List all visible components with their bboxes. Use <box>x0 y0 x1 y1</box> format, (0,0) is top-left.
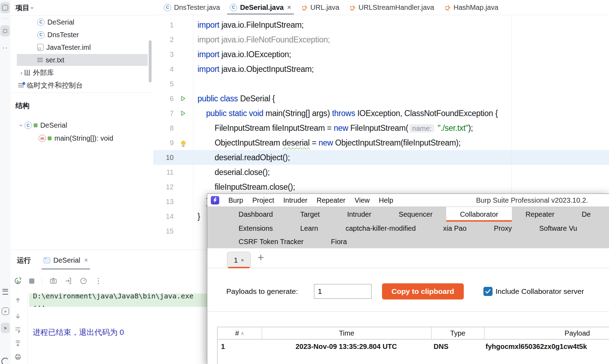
collaborator-results-table: #∧TimeTypePayload 12023-Nov-09 13:35:29.… <box>217 327 609 364</box>
intention-bulb-icon[interactable] <box>181 141 186 145</box>
editor-tab-label: HashMap.java <box>454 4 498 12</box>
copy-to-clipboard-button[interactable]: Copy to clipboard <box>382 283 464 299</box>
burp-tab-row-1: DashboardTargetIntruderSequencerCollabor… <box>207 207 609 222</box>
console-exit-message: 进程已结束，退出代码为 0 <box>33 327 124 338</box>
library-icon <box>25 70 30 75</box>
attach-debugger-button[interactable] <box>65 277 72 285</box>
close-icon[interactable]: × <box>84 256 88 264</box>
burp-window[interactable]: BurpProjectIntruderRepeaterViewHelp Burp… <box>207 194 609 364</box>
scroll-to-end-button[interactable] <box>14 340 21 347</box>
burp-tab-repeater[interactable]: Repeater <box>512 207 568 222</box>
tree-item[interactable]: CDnsTester <box>11 28 153 41</box>
tree-item[interactable]: JavaTester.iml <box>11 41 153 54</box>
burp-tab-fiora[interactable]: Fiora <box>317 235 361 248</box>
table-header-payload[interactable]: Payload <box>484 327 609 339</box>
gutter-separator <box>193 15 193 250</box>
payloads-count-input[interactable] <box>314 284 372 299</box>
editor-tab-label: DnsTester.java <box>174 4 220 12</box>
burp-tab-sequencer[interactable]: Sequencer <box>385 207 446 222</box>
run-console[interactable]: D:\environment\java\Java8\bin\java.exe .… <box>11 291 207 364</box>
editor-tab[interactable]: CDnsTester.java <box>159 0 225 15</box>
run-toolbar: ⋮ <box>14 273 102 289</box>
close-icon[interactable]: × <box>287 4 291 11</box>
code-line: 8 FileInputStream fileInputStream = new … <box>153 121 609 135</box>
java-file-icon <box>349 4 356 11</box>
menu-item-burp[interactable]: Burp <box>228 196 243 204</box>
editor-tab[interactable]: URL.java <box>296 0 344 15</box>
burp-tab-csrf-token-tracker[interactable]: CSRF Token Tracker <box>225 235 317 248</box>
add-payload-tab-button[interactable]: + <box>257 251 264 264</box>
editor-tab[interactable]: HashMap.java <box>439 0 503 15</box>
menu-item-project[interactable]: Project <box>252 196 274 204</box>
menu-item-view[interactable]: View <box>355 196 370 204</box>
structure-item[interactable]: ›CDeSerial <box>11 119 153 132</box>
tree-item[interactable]: ›外部库 <box>11 66 153 79</box>
print-button[interactable] <box>14 353 21 360</box>
java-file-icon <box>444 4 451 11</box>
tree-item[interactable]: 临时文件和控制台 <box>11 79 153 92</box>
line-number: 7 <box>153 109 177 117</box>
project-scrollbar[interactable] <box>149 40 152 82</box>
chevron-down-icon[interactable]: › <box>18 124 24 127</box>
structure-tool-button[interactable] <box>0 25 10 36</box>
stop-button[interactable] <box>29 278 34 284</box>
services-tool-button[interactable]: > <box>0 308 11 315</box>
line-number: 6 <box>153 95 177 103</box>
burp-tab-software-vu[interactable]: Software Vu <box>526 222 591 235</box>
line-number: 3 <box>153 50 177 59</box>
more-tool-windows-button[interactable]: ·· <box>0 43 11 52</box>
menu-item-intruder[interactable]: Intruder <box>283 196 308 204</box>
payload-tab-1[interactable]: 1 × <box>227 252 251 268</box>
code-text: import java.io.ObjectInputStream; <box>196 65 314 74</box>
run-tab[interactable]: DeSerial × <box>38 250 94 270</box>
burp-tab-de[interactable]: De <box>568 207 604 222</box>
more-options-button[interactable]: ⋮ <box>95 277 102 285</box>
line-number: 15 <box>153 227 177 235</box>
soft-wrap-button[interactable] <box>14 326 21 333</box>
close-icon[interactable]: × <box>241 257 244 263</box>
code-line: 7 public static void main(String[] args)… <box>153 106 609 121</box>
tree-item[interactable]: ser.txt <box>11 54 153 66</box>
notifications-tool-button[interactable] <box>0 289 11 295</box>
line-number: 10 <box>153 154 177 162</box>
project-panel-header[interactable]: 项目 › <box>11 0 153 16</box>
burp-tab-xia-pao[interactable]: xia Pao <box>429 222 480 235</box>
structure-panel-header[interactable]: 结构 <box>11 98 153 113</box>
burp-tab-collaborator[interactable]: Collaborator <box>446 207 512 222</box>
menu-item-repeater[interactable]: Repeater <box>316 196 345 204</box>
burp-tab-learn[interactable]: Learn <box>287 222 332 235</box>
burp-tab-captcha-killer-modified[interactable]: captcha-killer-modified <box>332 222 429 235</box>
terminal-tool-button[interactable]: > <box>0 323 11 333</box>
burp-tab-dashboard[interactable]: Dashboard <box>225 207 287 222</box>
burp-tab-intruder[interactable]: Intruder <box>333 207 385 222</box>
prev-occurrence-button[interactable] <box>14 297 21 304</box>
menu-item-help[interactable]: Help <box>379 196 393 204</box>
line-number: 1 <box>153 21 177 29</box>
editor-tab[interactable]: CDeSerial.java× <box>225 0 296 15</box>
table-header-time[interactable]: Time <box>262 327 431 339</box>
table-header-type[interactable]: Type <box>431 327 484 339</box>
problems-tool-button[interactable] <box>0 358 11 364</box>
screenshot-button[interactable] <box>49 277 57 285</box>
code-line: 2import java.io.FileNotFoundException; <box>153 32 609 47</box>
project-tool-button[interactable] <box>0 2 10 13</box>
content-divider <box>207 311 609 312</box>
table-row[interactable]: 12023-Nov-09 13:35:29.804 UTCDNSfyhgocmx… <box>218 339 609 353</box>
table-cell: fyhgocmxl650362zx0g1cw4t5k <box>483 343 609 351</box>
table-cell: 2023-Nov-09 13:35:29.804 UTC <box>262 343 431 351</box>
table-header-num[interactable]: #∧ <box>218 327 262 339</box>
rerun-button[interactable] <box>14 277 22 285</box>
burp-tab-target[interactable]: Target <box>287 207 334 222</box>
editor-tab[interactable]: URLStreamHandler.java <box>344 0 439 15</box>
tree-item[interactable]: CDeSerial <box>11 16 153 28</box>
code-text: import java.io.FileInputStream; <box>196 20 304 30</box>
include-collaborator-server-checkbox[interactable] <box>483 287 493 296</box>
structure-item[interactable]: mmain(String[]): void <box>11 132 153 145</box>
burp-tab-extensions[interactable]: Extensions <box>225 222 287 235</box>
chevron-right-icon[interactable]: › <box>20 70 22 76</box>
next-occurrence-button[interactable] <box>14 312 21 319</box>
profiler-button[interactable] <box>80 277 87 285</box>
burp-tab-proxy[interactable]: Proxy <box>480 222 526 235</box>
code-line: 5 <box>153 76 609 91</box>
sort-ascending-icon: ∧ <box>241 331 244 336</box>
